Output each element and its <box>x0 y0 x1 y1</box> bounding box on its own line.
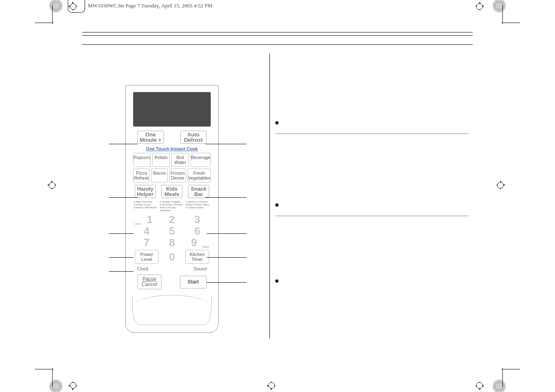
crop-circle-br <box>493 380 506 392</box>
header-tab <box>68 0 85 13</box>
snack-bar-button[interactable]: Snack Bar <box>188 185 209 198</box>
microtext: 1.Nachos 2.Chicken Wings 3.Potato Skins … <box>185 201 211 212</box>
guide-bar-trv <box>502 5 503 24</box>
beverage-button[interactable]: Beverage <box>191 153 211 167</box>
auto-defrost-button[interactable]: Auto Defrost <box>180 131 207 144</box>
boil-water-button[interactable]: Boil Water <box>171 153 189 167</box>
label: Power <box>135 252 158 257</box>
start-button[interactable]: Start <box>180 276 207 288</box>
label: Level <box>135 257 158 262</box>
leader-line <box>109 233 134 234</box>
label: Kitchen <box>186 252 209 257</box>
label: Defrost <box>181 137 207 143</box>
fresh-vegetables-button[interactable]: Fresh Vegetables <box>188 168 211 182</box>
label: Reheat <box>134 175 149 180</box>
label: Boil <box>172 155 188 160</box>
frozen-dinner-button[interactable]: Frozen Dinner <box>169 168 186 182</box>
label: Pizza <box>134 171 149 175</box>
guide-bar-bl <box>35 369 53 369</box>
instant-cook-label: One Touch Instant Cook <box>126 146 218 151</box>
label: Helper <box>135 191 155 197</box>
guide-bar-br <box>502 369 520 369</box>
bullet <box>275 121 279 125</box>
bullet <box>275 203 279 207</box>
bullet <box>275 279 279 283</box>
potato-button[interactable]: Potato <box>152 153 170 167</box>
kitchen-timer-button[interactable]: Kitchen Timer <box>185 250 209 264</box>
rule-line <box>82 32 473 32</box>
microtext: 1.Melt Chocolate 2.Soften Cream Cheese 3… <box>133 201 159 212</box>
crop-circle-tr <box>493 0 506 12</box>
leader-line <box>207 233 246 234</box>
one-minute-button[interactable]: One Minute + <box>137 131 164 144</box>
leader-line <box>205 144 246 144</box>
more-label: More <box>203 245 209 248</box>
crop-circle-bl <box>49 380 62 392</box>
guide-bar-tlv <box>52 5 53 24</box>
keypad-4[interactable]: 4 <box>135 225 159 237</box>
pizza-reheat-button[interactable]: Pizza Reheat <box>133 168 150 182</box>
guide-bar-blv <box>52 368 53 387</box>
less-label: Less <box>135 222 141 225</box>
guide-bar-tl <box>35 23 53 23</box>
leader-line <box>109 144 138 144</box>
kids-meals-button[interactable]: Kids Meals <box>161 185 182 198</box>
display-screen <box>133 92 211 127</box>
label: Vegetables <box>188 175 210 180</box>
cross-circle-mr <box>497 182 504 189</box>
bullet-divider <box>275 216 469 216</box>
leader-line <box>109 197 138 198</box>
label: Frozen <box>170 171 185 175</box>
label: Dinner <box>170 175 185 180</box>
sound-button[interactable]: Sound <box>193 266 207 271</box>
leader-line <box>205 197 246 198</box>
bacon-button[interactable]: Bacon <box>151 168 168 182</box>
label: Cancel <box>142 282 157 287</box>
guide-bar-tr <box>502 23 520 23</box>
label: Bar <box>189 191 209 197</box>
microtext: 1.Chicken Nuggets 2.Hot Dogs 3.French Fr… <box>159 201 185 212</box>
keypad-5[interactable]: 5 <box>160 225 184 237</box>
leader-line <box>207 282 246 283</box>
pause-cancel-button[interactable]: Pause Cancel <box>137 274 161 289</box>
rule-line <box>82 35 473 36</box>
popcorn-button[interactable]: Popcorn <box>133 153 151 167</box>
control-panel: One Minute + Auto Defrost One Touch Inst… <box>125 85 219 333</box>
cross-circle-ml <box>49 182 55 189</box>
keypad-3[interactable]: 3 <box>185 214 209 225</box>
leader-line <box>109 257 134 258</box>
crop-circle-tl <box>49 0 62 12</box>
clock-button[interactable]: Clock <box>137 266 149 271</box>
handy-helper-button[interactable]: Handy Helper <box>135 185 156 198</box>
guide-bar-brv <box>502 368 503 387</box>
keypad-1[interactable]: 1 <box>141 214 159 225</box>
label: Meals <box>162 191 182 197</box>
label: Timer <box>186 257 209 262</box>
keypad-6[interactable]: 6 <box>185 225 209 237</box>
rule-line-inner <box>82 44 473 45</box>
power-level-button[interactable]: Power Level <box>135 250 159 264</box>
panel-decoration <box>132 296 212 325</box>
label: Minute + <box>138 137 164 143</box>
label: Fresh <box>188 171 210 175</box>
leader-line <box>109 271 134 272</box>
leader-line <box>207 257 246 258</box>
keypad-2[interactable]: 2 <box>160 214 184 225</box>
bullet-divider <box>275 134 469 134</box>
header-text: MW1030WC.fm Page 7 Tuesday, April 15, 20… <box>86 2 214 9</box>
cross-circle-br <box>476 382 483 389</box>
keypad-7[interactable]: 7 <box>135 237 159 248</box>
label: Water <box>172 160 188 165</box>
keypad-9[interactable]: 9 <box>185 237 203 248</box>
column-divider <box>269 53 270 339</box>
cross-circle-tr <box>476 3 483 10</box>
page: MW1030WC.fm Page 7 Tuesday, April 15, 20… <box>0 0 555 392</box>
keypad-8[interactable]: 8 <box>160 237 184 248</box>
cross-circle-bc <box>268 382 275 389</box>
cross-circle-bl <box>70 382 76 389</box>
microtext-row: 1.Melt Chocolate 2.Soften Cream Cheese 3… <box>133 201 211 212</box>
keypad-0[interactable]: 0 <box>160 251 183 263</box>
